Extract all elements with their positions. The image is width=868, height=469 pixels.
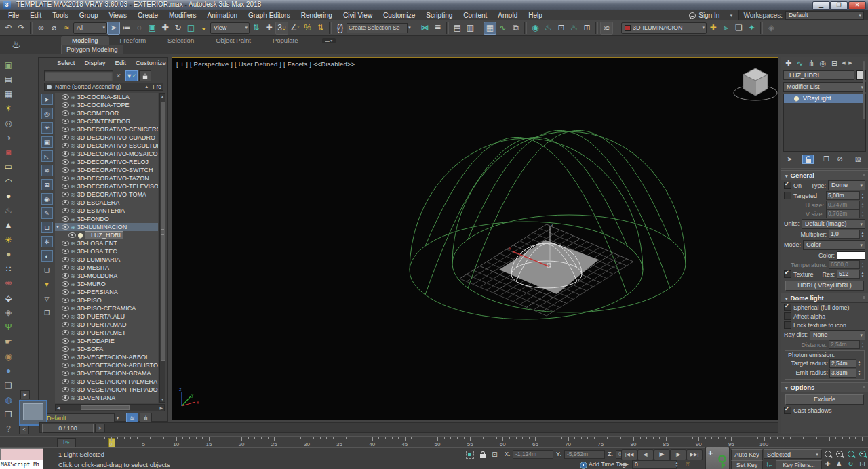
target-radius-spinner[interactable]: ▲▼ [856, 359, 862, 368]
list-item[interactable]: ≋3D-COMEDOR [55, 109, 158, 117]
menu-rendering[interactable]: Rendering [296, 10, 338, 20]
key-filters-button[interactable]: Key Filters... [776, 460, 822, 469]
visibility-eye-icon[interactable] [62, 306, 69, 311]
visibility-eye-icon[interactable] [62, 346, 69, 352]
visibility-eye-icon[interactable] [62, 395, 69, 401]
object-name-field[interactable]: ..LUZ_HDRI [783, 70, 854, 80]
list-item[interactable]: ≋3D-DECORATIVO-RELOJ [55, 158, 158, 166]
list-item[interactable]: ≋3D-COCINA-TOPE [55, 101, 158, 109]
visibility-eye-icon[interactable] [62, 127, 69, 132]
menu-edit[interactable]: Edit [24, 10, 47, 20]
filter-icon[interactable]: ▼✓ [125, 70, 138, 81]
list-item[interactable]: ≋3D-PUERTA.MET [55, 329, 158, 337]
command-panel-scrollbar[interactable] [863, 61, 865, 119]
display-tab-icon[interactable]: ⊟ [829, 58, 840, 68]
visibility-eye-icon[interactable] [62, 224, 69, 230]
clear-search-icon[interactable]: ✕ [113, 73, 124, 79]
camera-icon[interactable]: ◎ [1, 117, 16, 129]
molecule-icon[interactable]: ⚮ [1, 277, 16, 290]
list-item[interactable]: ≋3D-VEGETACION-PALMERA [55, 378, 158, 386]
visibility-eye-icon[interactable] [62, 167, 69, 173]
remove-modifier-icon[interactable]: ⊘ [834, 155, 846, 164]
create-new-layer-icon[interactable]: ✚ [707, 22, 719, 35]
frame-nudge-icon[interactable]: ◀▶ [621, 462, 629, 467]
layer-stack-icon[interactable]: ≋ [600, 22, 613, 35]
visibility-eye-icon[interactable] [62, 371, 69, 376]
list-item[interactable]: ≋3D-DECORATIVO-ESCULTURA [55, 142, 158, 150]
explorer-tool-icon-1[interactable]: ▼ [41, 279, 53, 290]
go-to-start-button[interactable]: |◀◀ [621, 449, 637, 460]
list-item[interactable]: ≋3D-DECORATIVO-CUADRO [55, 134, 158, 142]
help-icon[interactable]: ? [1, 423, 16, 436]
lock-icon[interactable] [139, 70, 151, 81]
previous-frame-button[interactable]: ◀| [637, 449, 654, 460]
percent-snap-icon[interactable]: % [301, 22, 314, 35]
table-icon[interactable]: ▤ [1, 73, 16, 86]
select-by-name-icon[interactable]: ≔ [120, 22, 133, 35]
menu-graph-editors[interactable]: Graph Editors [243, 10, 296, 20]
list-item[interactable]: ≋3D-VEGETACION-GRAMA [55, 369, 158, 378]
next-frame-button[interactable]: |▶ [670, 449, 686, 460]
rotate-icon[interactable]: ↻ [172, 22, 184, 35]
visibility-eye-icon[interactable] [62, 241, 69, 246]
menu-arnold[interactable]: Arnold [492, 10, 523, 20]
visibility-eye-icon[interactable] [62, 151, 69, 157]
list-item[interactable]: ≋3D-PUERTA.MAD [55, 321, 158, 329]
horizontal-scrollbar[interactable]: ◀ ▶ [55, 404, 165, 411]
visibility-eye-icon[interactable] [62, 281, 69, 287]
list-item[interactable]: ≋3D-CONTENEDOR [55, 117, 158, 125]
visibility-eye-icon[interactable] [62, 119, 69, 124]
visibility-eye-icon[interactable] [62, 135, 69, 140]
visibility-eye-icon[interactable] [62, 249, 69, 254]
menu-group[interactable]: Group [74, 10, 104, 20]
clipboard-copy-icon[interactable]: ❐ [1, 408, 16, 421]
layer-explorer-toggle-icon[interactable]: ▥ [464, 22, 477, 35]
hierarchy-tab-icon[interactable]: ⋔ [806, 58, 817, 68]
lock-texture-checkbox[interactable] [784, 321, 791, 329]
isolate-selection-icon[interactable]: ◈ [765, 22, 778, 35]
scroll-down-icon[interactable]: ▼ [160, 397, 165, 401]
targeted-checkbox[interactable] [784, 192, 791, 199]
menu-civil-view[interactable]: Civil View [338, 10, 378, 20]
orbit-icon[interactable]: ↻ [845, 459, 856, 469]
grid-table-icon[interactable]: ▦ [1, 87, 16, 100]
explorer-filter-icon-9[interactable]: ⊟ [41, 222, 53, 233]
list-item[interactable]: ≋3D-VEGETACION-ARBOL [55, 353, 158, 361]
selection-region-icon[interactable]: ◌ [133, 22, 146, 35]
list-item[interactable]: ▼≋3D-ILUMINACION [55, 223, 158, 231]
list-item[interactable]: ≋3D-PUERTA.ALU [55, 312, 158, 321]
ribbon-tab-selection[interactable]: Selection [157, 36, 205, 45]
visibility-eye-icon[interactable] [62, 200, 69, 205]
maxscript-mini-recorder[interactable] [0, 448, 43, 461]
named-selection-set-field[interactable] [347, 23, 408, 33]
rollout-dome-light[interactable]: Dome light [781, 293, 868, 303]
layer-properties-icon[interactable]: ✦ [745, 22, 758, 35]
affect-alpha-checkbox[interactable] [784, 312, 791, 320]
hand-icon[interactable]: ☛ [1, 335, 16, 348]
schematic-view-icon[interactable]: ⧉ [509, 22, 522, 35]
reference-coordinate-dropdown[interactable]: View [210, 22, 250, 34]
window-crossing-icon[interactable]: ▣ [146, 22, 159, 35]
selection-filter-dropdown[interactable]: All [73, 22, 107, 34]
viewport[interactable]: z x x y z [ + ] [ Perspective ] [ User D… [172, 57, 778, 420]
selection-region-icon[interactable] [464, 449, 475, 460]
set-keys-button[interactable]: + [705, 447, 730, 469]
res-field[interactable]: 512 [837, 270, 860, 279]
visibility-eye-icon[interactable] [62, 338, 69, 344]
scale-icon[interactable]: ◱ [184, 22, 197, 35]
light-color-swatch[interactable] [837, 251, 865, 260]
video-camera-icon[interactable]: ◙ [1, 146, 16, 159]
sphere-box-icon[interactable]: ◍ [1, 394, 16, 407]
add-to-layer-icon[interactable]: ⫸ [719, 22, 732, 35]
add-time-tag-icon[interactable] [578, 460, 589, 469]
list-item[interactable]: ≋3D-DECORATIVO-MOSAICO [55, 150, 158, 158]
cast-shadows-checkbox[interactable] [784, 407, 791, 414]
snap-toggle-icon[interactable]: 3∪ [275, 22, 288, 35]
headlight-icon[interactable]: ◑ [1, 131, 16, 144]
texture-checkbox[interactable] [784, 270, 791, 278]
explorer-filter-icon-6[interactable]: ⊞ [41, 179, 53, 190]
list-item[interactable]: ≋3D-ESTANTERIA [55, 207, 158, 215]
bind-spacewarp-icon[interactable]: ≈ [60, 22, 73, 35]
grass-icon[interactable]: Ψ [1, 321, 16, 333]
units-dropdown[interactable]: Default (image) [802, 219, 865, 229]
